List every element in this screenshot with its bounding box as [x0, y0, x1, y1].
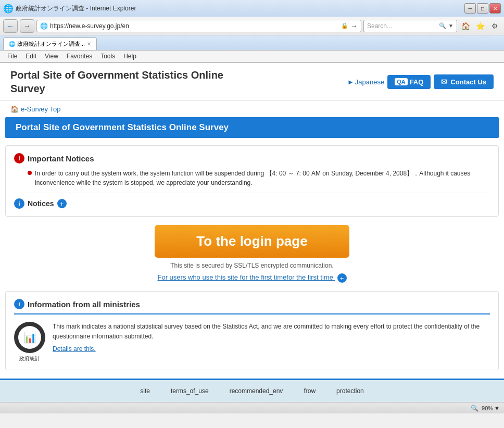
notice-item: In order to carry out the system work, t…: [28, 169, 490, 187]
login-section: To the login page This site is secured b…: [0, 225, 504, 283]
footer-bar: site terms_of_use recommended_env frow p…: [0, 379, 504, 402]
site-title: Portal Site of Government Statistics Onl…: [10, 68, 223, 95]
site-title-line2: Survey: [10, 83, 45, 94]
notice-title: i Important Notices: [14, 153, 490, 163]
status-bar: 🔍 90% ▼: [0, 402, 504, 413]
first-time-text: For users who use this site for the firs…: [157, 273, 333, 281]
important-icon: i: [14, 153, 24, 163]
gov-stats-icon: 📊: [23, 331, 36, 344]
footer-link-frow[interactable]: frow: [304, 387, 316, 395]
blue-banner-text: Portal Site of Government Statistics Onl…: [16, 122, 229, 132]
forward-button[interactable]: →: [20, 19, 34, 33]
active-tab[interactable]: 🌐 政府統計オンライン調査... ✕: [3, 37, 97, 50]
title-bar-left: 🌐 政府統計オンライン調査 - Internet Explorer: [3, 4, 136, 14]
window-controls: ─ □ ✕: [464, 3, 501, 14]
ministry-description: This mark indicates a national statistic…: [53, 322, 490, 353]
menu-tools[interactable]: Tools: [96, 52, 119, 61]
site-title-line1: Portal Site of Government Statistics Onl…: [10, 69, 223, 81]
japanese-link[interactable]: ► Japanese: [347, 78, 384, 86]
zoom-level: 90%: [482, 405, 493, 411]
ministry-logo: 📊: [14, 322, 45, 353]
info-icon: i: [14, 299, 24, 309]
tab-label: 政府統計オンライン調査...: [17, 40, 85, 48]
menu-help[interactable]: Help: [119, 52, 141, 61]
ministry-label: 政府統計: [19, 355, 40, 362]
ministry-logo-container: 📊 政府統計: [14, 322, 45, 362]
status-right: 🔍 90% ▼: [471, 405, 500, 412]
nav-bar: ← → 🌐 https://new.e-survey.go.jp/en 🔒 → …: [0, 17, 504, 35]
footer-link-env[interactable]: recommended_env: [230, 387, 283, 395]
zoom-dropdown[interactable]: 90% ▼: [482, 405, 500, 411]
minimize-button[interactable]: ─: [464, 3, 476, 14]
menu-view[interactable]: View: [41, 52, 62, 61]
info-title-text: Information from all ministries: [28, 300, 140, 309]
faq-icon: QA: [395, 78, 408, 85]
important-title: Important Notices: [28, 154, 94, 163]
address-bar[interactable]: 🌐 https://new.e-survey.go.jp/en 🔒 →: [36, 20, 361, 32]
search-bar[interactable]: Search... 🔍 ▼: [363, 20, 457, 32]
ie-logo: 🌐: [3, 4, 14, 14]
browser-chrome: 🌐 政府統計オンライン調査 - Internet Explorer ─ □ ✕ …: [0, 0, 504, 63]
notice-text: In order to carry out the system work, t…: [35, 169, 490, 187]
breadcrumb: 🏠 e-Survey Top: [0, 101, 504, 117]
zoom-dropdown-arrow: ▼: [494, 405, 500, 411]
contact-label: Contact Us: [450, 78, 486, 86]
maximize-button[interactable]: □: [477, 3, 488, 14]
ministry-content: 📊 政府統計 This mark indicates a national st…: [14, 322, 490, 362]
go-button[interactable]: →: [350, 22, 358, 30]
window-title: 政府統計オンライン調査 - Internet Explorer: [16, 4, 136, 13]
zoom-icon: 🔍: [471, 405, 478, 412]
login-button[interactable]: To the login page: [155, 225, 349, 258]
tab-close-button[interactable]: ✕: [87, 41, 91, 47]
tab-favicon: 🌐: [9, 41, 15, 47]
page-content: Portal Site of Government Statistics Onl…: [0, 63, 504, 402]
notices-label: Notices: [28, 199, 54, 208]
home-button[interactable]: 🏠: [459, 20, 472, 32]
notices-plus-icon[interactable]: +: [57, 199, 67, 208]
ie-icon: 🌐: [40, 22, 48, 30]
search-icon[interactable]: 🔍: [439, 22, 446, 29]
header-nav: ► Japanese QA FAQ ✉ Contact Us: [347, 74, 494, 89]
contact-button[interactable]: ✉ Contact Us: [434, 74, 494, 89]
footer-link-site[interactable]: site: [140, 387, 150, 395]
blue-banner: Portal Site of Government Statistics Onl…: [5, 117, 499, 138]
info-title: i Information from all ministries: [14, 299, 490, 314]
site-header: Portal Site of Government Statistics Onl…: [0, 63, 504, 101]
japanese-label: Japanese: [355, 78, 384, 86]
breadcrumb-link[interactable]: e-Survey Top: [21, 105, 60, 113]
menu-bar: File Edit View Favorites Tools Help: [0, 51, 504, 62]
footer-link-terms[interactable]: terms_of_use: [171, 387, 209, 395]
notice-footer: i Notices +: [14, 193, 490, 209]
home-icon: 🏠: [10, 105, 19, 113]
ssl-text: This site is secured by SSL/TLS encrypte…: [0, 262, 504, 269]
info-box: i Information from all ministries 📊 政府統計…: [5, 291, 499, 370]
menu-file[interactable]: File: [3, 52, 21, 61]
menu-favorites[interactable]: Favorites: [62, 52, 96, 61]
nav-icons: 🏠 ⭐ ⚙: [459, 20, 501, 32]
ministry-logo-inner: 📊: [18, 326, 41, 349]
ministry-text: This mark indicates a national statistic…: [53, 322, 490, 342]
tab-bar: 🌐 政府統計オンライン調査... ✕: [0, 35, 504, 51]
notices-icon: i: [14, 198, 24, 209]
details-link[interactable]: Details are this.: [53, 345, 96, 353]
first-time-link[interactable]: For users who use this site for the firs…: [0, 273, 504, 283]
faq-label: FAQ: [410, 78, 424, 86]
favorites-button[interactable]: ⭐: [474, 20, 486, 32]
footer-link-protection[interactable]: protection: [336, 387, 364, 395]
lock-icon: 🔒: [341, 22, 348, 29]
notice-content: In order to carry out the system work, t…: [28, 169, 490, 187]
footer-links: site terms_of_use recommended_env frow p…: [10, 387, 494, 395]
mail-icon: ✉: [441, 78, 447, 86]
close-button[interactable]: ✕: [489, 3, 501, 14]
title-bar: 🌐 政府統計オンライン調査 - Internet Explorer ─ □ ✕: [0, 0, 504, 17]
faq-button[interactable]: QA FAQ: [387, 75, 431, 89]
back-button[interactable]: ←: [3, 19, 18, 33]
notice-box: i Important Notices In order to carry ou…: [5, 145, 499, 217]
first-time-plus-icon: +: [337, 273, 347, 283]
tools-button[interactable]: ⚙: [488, 20, 501, 32]
search-dropdown-icon[interactable]: ▼: [448, 23, 453, 29]
menu-edit[interactable]: Edit: [21, 52, 41, 61]
bullet-icon: [28, 171, 32, 175]
search-placeholder: Search...: [367, 22, 437, 30]
triangle-icon: ►: [347, 78, 354, 86]
